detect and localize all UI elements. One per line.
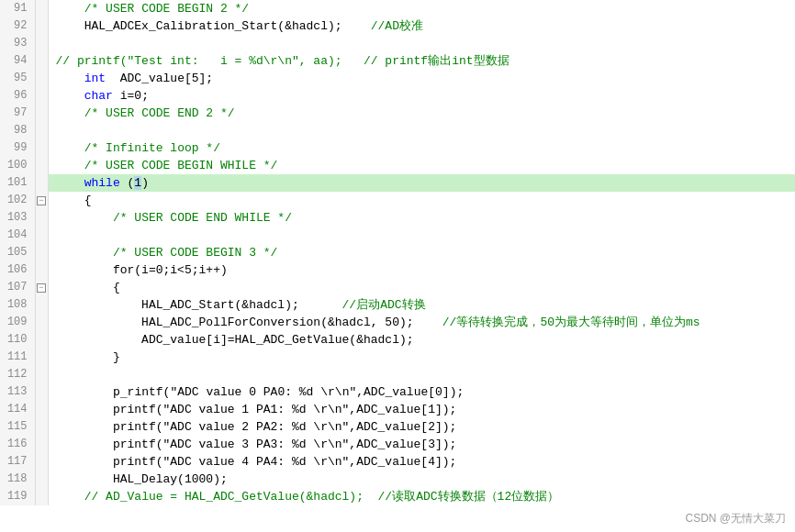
code-comment: /* USER CODE END WHILE */ <box>113 211 292 225</box>
fold-cell <box>35 383 48 401</box>
table-row: 103 /* USER CODE END WHILE */ <box>0 209 795 227</box>
code-token <box>56 159 84 172</box>
code-line: int ADC_value[5]; <box>48 70 795 87</box>
code-line: /* USER CODE BEGIN 2 */ <box>48 0 795 17</box>
code-line <box>48 35 795 52</box>
code-keyword: int <box>84 72 106 85</box>
code-line: /* USER CODE BEGIN 3 */ <box>48 244 795 261</box>
table-row: 95 int ADC_value[5]; <box>0 70 795 87</box>
code-line: printf("ADC value 3 PA3: %d \r\n",ADC_va… <box>48 436 795 453</box>
code-keyword: char <box>84 89 113 103</box>
line-number: 113 <box>0 383 35 401</box>
code-line: HAL_ADC_Start(&hadcl); //启动ADC转换 <box>48 296 795 314</box>
fold-cell <box>35 35 48 52</box>
line-number: 102 <box>0 192 35 209</box>
line-number: 98 <box>0 122 35 139</box>
line-number: 100 <box>0 157 35 174</box>
code-token: ("ADC value 0 PA0: %d \r\n",ADC_value[0]… <box>163 385 465 399</box>
fold-icon[interactable]: − <box>37 283 46 293</box>
fold-cell <box>35 471 48 488</box>
fold-cell <box>35 139 48 157</box>
table-row: 106 for(i=0;i<5;i++) <box>0 261 795 279</box>
table-row: 110 ADC_value[i]=HAL_ADC_GetValue(&hadcl… <box>0 331 795 349</box>
code-line: { <box>48 192 795 209</box>
fold-cell <box>35 331 48 349</box>
line-number: 109 <box>0 314 35 331</box>
code-token: printf("ADC value 1 PA1: %d \r\n",ADC_va… <box>56 403 457 416</box>
line-number: 106 <box>0 261 35 279</box>
code-table: 91 /* USER CODE BEGIN 2 */92 HAL_ADCEx_C… <box>0 0 795 505</box>
fold-cell <box>35 0 48 17</box>
code-token: ) <box>141 176 149 190</box>
code-comment: /* Infinite loop */ <box>84 141 220 155</box>
line-number: 116 <box>0 436 35 453</box>
code-line <box>48 122 795 139</box>
code-token <box>56 385 113 399</box>
code-comment: /* USER CODE END 2 */ <box>84 106 235 120</box>
fold-cell <box>35 261 48 279</box>
line-number: 105 <box>0 244 35 261</box>
code-line: while (1) <box>48 174 795 192</box>
code-token: HAL_ADC_Start(&hadcl); <box>56 298 342 312</box>
code-line: ADC_value[i]=HAL_ADC_GetValue(&hadcl); <box>48 331 795 349</box>
line-number: 93 <box>0 35 35 52</box>
line-number: 101 <box>0 174 35 192</box>
code-token <box>56 246 113 260</box>
code-token: 1 <box>134 176 141 190</box>
fold-cell <box>35 209 48 227</box>
line-number: 103 <box>0 209 35 227</box>
code-token: ( <box>120 176 135 190</box>
code-comment: // AD_Value = HAL_ADC_GetValue(&hadcl); … <box>84 490 559 504</box>
code-keyword: while <box>84 176 120 190</box>
fold-cell <box>35 122 48 139</box>
table-row: 92 HAL_ADCEx_Calibration_Start(&hadcl); … <box>0 17 795 35</box>
code-line: { <box>48 279 795 296</box>
line-number: 117 <box>0 453 35 471</box>
fold-cell[interactable]: − <box>35 279 48 296</box>
table-row: 93 <box>0 35 795 52</box>
table-row: 114 printf("ADC value 1 PA1: %d \r\n",AD… <box>0 401 795 418</box>
code-token: printf("ADC value 4 PA4: %d \r\n",ADC_va… <box>56 455 457 469</box>
table-row: 98 <box>0 122 795 139</box>
table-row: 111 } <box>0 349 795 366</box>
code-line: /* USER CODE END WHILE */ <box>48 209 795 227</box>
line-number: 114 <box>0 401 35 418</box>
code-line: HAL_ADCEx_Calibration_Start(&hadcl); //A… <box>48 17 795 35</box>
fold-cell <box>35 418 48 436</box>
code-comment: /* USER CODE BEGIN WHILE */ <box>84 159 278 172</box>
code-token <box>56 2 84 16</box>
code-token: { <box>56 194 92 207</box>
fold-icon[interactable]: − <box>37 196 46 205</box>
code-token: printf("ADC value 2 PA2: %d \r\n",ADC_va… <box>56 420 457 434</box>
code-line: HAL_ADC_PollForConversion(&hadcl, 50); /… <box>48 314 795 331</box>
code-line: char i=0; <box>48 87 795 105</box>
fold-cell <box>35 17 48 35</box>
code-line: printf("ADC value 2 PA2: %d \r\n",ADC_va… <box>48 418 795 436</box>
code-line: for(i=0;i<5;i++) <box>48 261 795 279</box>
line-number: 118 <box>0 471 35 488</box>
code-comment: // <box>56 54 77 68</box>
line-number: 110 <box>0 331 35 349</box>
code-token: } <box>56 350 120 364</box>
line-number: 119 <box>0 488 35 505</box>
line-number: 95 <box>0 70 35 87</box>
code-token <box>56 72 84 85</box>
line-number: 108 <box>0 296 35 314</box>
fold-cell <box>35 87 48 105</box>
code-token <box>56 176 84 190</box>
table-row: 96 char i=0; <box>0 87 795 105</box>
code-line <box>48 227 795 244</box>
fold-cell[interactable]: − <box>35 192 48 209</box>
table-row: 108 HAL_ADC_Start(&hadcl); //启动ADC转换 <box>0 296 795 314</box>
fold-cell <box>35 227 48 244</box>
fold-cell <box>35 436 48 453</box>
fold-cell <box>35 366 48 383</box>
table-row: 97 /* USER CODE END 2 */ <box>0 105 795 122</box>
code-token: HAL_Delay(1000); <box>56 472 228 486</box>
table-row: 105 /* USER CODE BEGIN 3 */ <box>0 244 795 261</box>
code-token: { <box>56 281 120 294</box>
line-number: 115 <box>0 418 35 436</box>
code-comment: //AD校准 <box>371 19 423 33</box>
fold-cell <box>35 105 48 122</box>
code-token: for(i=0;i<5;i++) <box>56 263 228 277</box>
